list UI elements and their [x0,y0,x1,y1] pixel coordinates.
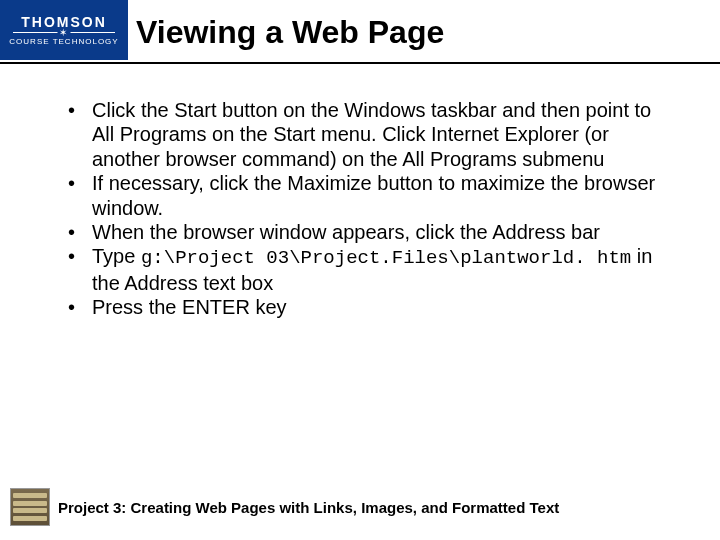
bullet-code: g:\Project 03\Project.Files\plantworld. … [141,247,631,269]
slide-content: Click the Start button on the Windows ta… [0,64,720,319]
slide-footer: Project 3: Creating Web Pages with Links… [10,488,710,526]
bullet-text: If necessary, click the Maximize button … [92,172,655,218]
list-item: If necessary, click the Maximize button … [60,171,668,220]
footer-text: Project 3: Creating Web Pages with Links… [58,499,559,516]
slide-title: Viewing a Web Page [128,0,444,51]
bullet-prefix: Type [92,245,141,267]
list-item: Click the Start button on the Windows ta… [60,98,668,171]
bullet-text: Click the Start button on the Windows ta… [92,99,651,170]
logo-divider: ✶ [13,32,115,33]
logo-bottom-text: COURSE TECHNOLOGY [9,37,118,46]
list-item: Press the ENTER key [60,295,668,319]
bullet-text: When the browser window appears, click t… [92,221,600,243]
bullet-text: Press the ENTER key [92,296,287,318]
series-logo [10,488,50,526]
list-item: When the browser window appears, click t… [60,220,668,244]
bullet-list: Click the Start button on the Windows ta… [60,98,668,319]
star-icon: ✶ [57,27,70,38]
thomson-logo: THOMSON ✶ COURSE TECHNOLOGY [0,0,128,60]
list-item: Type g:\Project 03\Project.Files\plantwo… [60,244,668,295]
slide-header: THOMSON ✶ COURSE TECHNOLOGY Viewing a We… [0,0,720,64]
